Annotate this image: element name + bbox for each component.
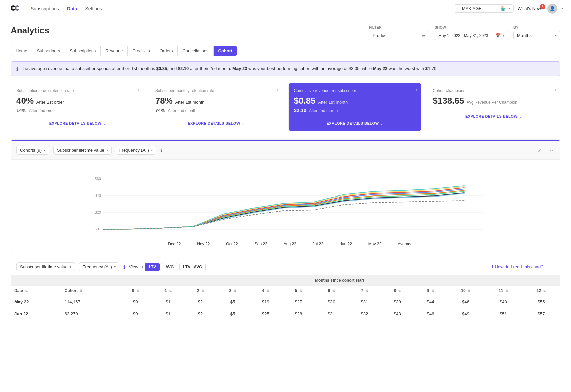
legend-line-oct22 [216, 244, 224, 244]
show-label: Show [435, 25, 508, 29]
svg-text:$20: $20 [95, 210, 101, 214]
row-val-2-4: $25 [249, 308, 282, 320]
th-4[interactable]: 4 ⇅ [249, 286, 282, 296]
tab-home[interactable]: Home [11, 46, 32, 56]
whats-new-button[interactable]: What's New? 3 [518, 6, 543, 11]
legend-label-aug22: Aug 22 [284, 242, 296, 246]
tab-revenue[interactable]: Revenue [101, 46, 128, 56]
tab-cancellations[interactable]: Cancellations [178, 46, 213, 56]
metric-value-2: 78% [155, 96, 173, 106]
by-label: By [513, 25, 560, 29]
legend-aug22: Aug 22 [274, 242, 296, 246]
explore-button-4[interactable]: EXPLORE DETAILS BELOW ⌄ [433, 110, 555, 119]
user-avatar[interactable]: 👤 [547, 4, 557, 14]
info-banner: ℹ The average revenue that a subscriber … [11, 61, 560, 76]
svg-text:$40: $40 [95, 193, 101, 198]
row-val-1-1: $1 [152, 296, 184, 308]
th-9[interactable]: 9 ⇅ [414, 286, 447, 296]
legend-line-jul22 [303, 244, 311, 244]
metric-info-icon-4[interactable]: ℹ [554, 87, 556, 92]
table-frequency-dropdown[interactable]: Frequency (All) ▾ [79, 262, 119, 271]
view-ltv-avg-button[interactable]: LTV - AVG [179, 263, 206, 271]
by-input[interactable]: Months ▾ [513, 31, 560, 40]
table-more-options-button[interactable]: ⋯ [547, 263, 555, 271]
th-6[interactable]: 6 ⇅ [315, 286, 348, 296]
analytics-tabs: Home Subscribers Subscriptions Revenue P… [11, 46, 237, 56]
legend-dec22: Dec 22 [158, 242, 181, 246]
metric-value-3: $0.85 [294, 96, 316, 106]
table-row: May 22 114,167 $0 $1 $2 $5 $19 $27 $30 $… [11, 296, 560, 308]
row-val-2-7: $32 [348, 308, 381, 320]
explore-button-1[interactable]: EXPLORE DETAILS BELOW ⌄ [16, 117, 138, 126]
table-section: Subscriber lifetime value ▾ Frequency (A… [11, 258, 560, 320]
th-12[interactable]: 12 ⇅ [522, 286, 560, 296]
th-11[interactable]: 11 ⇅ [484, 286, 522, 296]
metric-info-icon-3[interactable]: ℹ [415, 87, 417, 92]
calendar-icon: 📅 [495, 33, 501, 38]
nav-subscriptions[interactable]: Subscriptions [31, 6, 59, 11]
view-ltv-button[interactable]: LTV [145, 263, 160, 271]
tab-orders[interactable]: Orders [155, 46, 178, 56]
th-7[interactable]: 7 ⇅ [348, 286, 381, 296]
row-val-2-0: $0 [119, 308, 152, 320]
metric-info-icon-1[interactable]: ℹ [138, 87, 140, 92]
legend-line-aug22 [274, 244, 282, 244]
filter-value: Product [373, 33, 419, 38]
table-metric-dropdown[interactable]: Subscriber lifetime value ▾ [16, 262, 75, 271]
whats-new-label: What's New? [518, 6, 543, 11]
filter-input[interactable]: Product ☰ [369, 31, 429, 40]
th-10[interactable]: 10 ⇅ [447, 286, 485, 296]
view-avg-button[interactable]: AVG [162, 263, 177, 271]
tab-subscriptions[interactable]: Subscriptions [65, 46, 101, 56]
how-to-icon: ℹ [492, 264, 493, 269]
metric-info-icon-2[interactable]: ℹ [277, 87, 279, 92]
tab-cohort[interactable]: Cohort [214, 46, 237, 56]
brand-selector[interactable]: IL MAKIAGE 🏪 ▾ [454, 4, 514, 13]
row-val-2-11: $51 [484, 308, 522, 320]
by-value: Months [517, 33, 553, 38]
row-cohort-2: 63,270 [61, 308, 119, 320]
more-options-button[interactable]: ⋯ [547, 146, 555, 154]
table-row: Jun 22 63,270 $0 $1 $2 $5 $25 $28 $31 $3… [11, 308, 560, 320]
tab-products[interactable]: Products [128, 46, 155, 56]
metric-label: Subscriber lifetime value [57, 148, 104, 153]
chart-section: Cohorts (9) ▾ Subscriber lifetime value … [11, 139, 560, 250]
show-input[interactable]: May 1, 2022 - May 31, 2023 📅 ▾ [435, 31, 508, 40]
legend-line-may22 [359, 244, 367, 244]
show-value: May 1, 2022 - May 31, 2023 [438, 33, 493, 38]
legend-label-oct22: Oct 22 [226, 242, 238, 246]
cohort-table: Months since cohort start Date ⇅ Cohort … [11, 275, 560, 320]
th-cohort[interactable]: Cohort ⇅ [61, 286, 119, 296]
th-8[interactable]: 8 ⇅ [381, 286, 414, 296]
logo[interactable] [8, 4, 20, 13]
metric-value-1: 40% [16, 96, 34, 106]
cohorts-dropdown[interactable]: Cohorts (9) ▾ [16, 146, 49, 155]
th-5[interactable]: 5 ⇅ [282, 286, 315, 296]
table-metric-label: Subscriber lifetime value [20, 264, 68, 269]
th-date[interactable]: Date ⇅ [11, 286, 61, 296]
legend-may22: May 22 [359, 242, 381, 246]
th-1[interactable]: 1 ⇅ [152, 286, 184, 296]
table-info-icon[interactable]: ℹ [123, 264, 125, 270]
tab-subscribers[interactable]: Subscribers [32, 46, 65, 56]
nav-settings[interactable]: Settings [85, 6, 102, 11]
chart-info-icon[interactable]: ℹ [160, 148, 162, 153]
th-3[interactable]: 3 ⇅ [217, 286, 249, 296]
explore-button-2[interactable]: EXPLORE DETAILS BELOW ⌄ [155, 117, 277, 126]
by-chevron-icon: ▾ [555, 34, 557, 37]
expand-button[interactable]: ⤢ [536, 146, 543, 154]
brand-name: IL MAKIAGE [457, 6, 482, 11]
metric-card-revenue: ℹ Cumulative revenue per subscriber $0.8… [288, 83, 422, 131]
th-0[interactable]: 0 ⇅ [119, 286, 152, 296]
explore-button-3[interactable]: EXPLORE DETAILS BELOW ⌄ [294, 117, 416, 126]
months-header-row: Months since cohort start [11, 275, 560, 286]
th-2[interactable]: 2 ⇅ [184, 286, 217, 296]
view-in-group: View in LTV AVG LTV - AVG [129, 263, 206, 271]
metric-card-retention-monthly: ℹ Subscriber monthly retention rate 78% … [150, 83, 283, 131]
nav-data[interactable]: Data [67, 6, 77, 11]
frequency-dropdown[interactable]: Frequency (All) ▾ [116, 146, 156, 155]
metric-dropdown[interactable]: Subscriber lifetime value ▾ [53, 146, 112, 155]
info-banner-icon: ℹ [16, 66, 18, 72]
how-to-link[interactable]: ℹ How do I read this chart? [492, 264, 543, 269]
legend-oct22: Oct 22 [216, 242, 238, 246]
